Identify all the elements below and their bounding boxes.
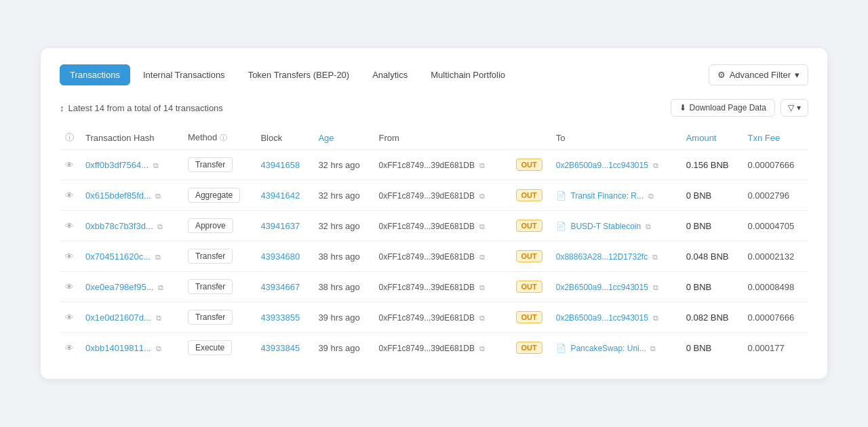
row-fee-cell: 0.0002796 [742, 180, 808, 211]
fee-value: 0.00004705 [747, 221, 794, 231]
to-address[interactable]: 0x2B6500a9...1cc943015 [556, 283, 648, 292]
copy-from-icon[interactable]: ⧉ [479, 283, 485, 291]
col-fee: Txn Fee [742, 126, 808, 150]
copy-from-icon[interactable]: ⧉ [479, 253, 485, 261]
eye-icon[interactable]: 👁 [65, 160, 74, 170]
block-number-link[interactable]: 43933845 [260, 343, 300, 353]
direction-badge: OUT [516, 311, 542, 323]
row-to-cell: 📄 Transit Finance: R... ⧉ [551, 180, 681, 211]
fee-value: 0.00007666 [747, 312, 794, 323]
copy-hash-icon[interactable]: ⧉ [158, 283, 163, 291]
row-from-cell: 0xFF1c8749...39dE681DB ⧉ [374, 272, 508, 302]
transaction-hash-link[interactable]: 0xbb14019811... [85, 343, 151, 353]
eye-icon[interactable]: 👁 [65, 343, 74, 353]
copy-to-icon[interactable]: ⧉ [653, 161, 658, 169]
row-eye-cell: 👁 [60, 272, 80, 302]
from-address[interactable]: 0xFF1c8749...39dE681DB [379, 161, 475, 170]
block-number-link[interactable]: 43941658 [260, 160, 300, 170]
transaction-hash-link[interactable]: 0x1e0d21607d... [85, 312, 151, 323]
col-hash: Transaction Hash [80, 126, 182, 150]
copy-from-icon[interactable]: ⧉ [479, 222, 485, 230]
copy-to-icon[interactable]: ⧉ [653, 283, 658, 291]
table-row: 👁 0xbb14019811... ⧉ Execute 43933845 39 … [60, 333, 808, 363]
copy-from-icon[interactable]: ⧉ [479, 192, 485, 200]
col-direction-spacer [508, 126, 551, 150]
col-to: To [551, 126, 681, 150]
from-address[interactable]: 0xFF1c8749...39dE681DB [379, 283, 475, 292]
row-to-cell: 0x88863A28...12D1732fc ⧉ [551, 241, 681, 272]
to-address[interactable]: BUSD-T Stablecoin [570, 222, 641, 231]
method-badge: Transfer [188, 157, 233, 172]
table-header-row: ⓘ Transaction Hash Method ⓘ Block Age Fr… [60, 126, 808, 150]
row-direction-cell: OUT [508, 150, 551, 180]
eye-icon[interactable]: 👁 [65, 190, 74, 201]
copy-hash-icon[interactable]: ⧉ [157, 222, 163, 230]
amount-value: 0 BNB [686, 282, 712, 292]
filter-icon: ⚙ [717, 70, 726, 80]
to-address[interactable]: 0x2B6500a9...1cc943015 [556, 313, 648, 323]
eye-icon[interactable]: 👁 [65, 312, 74, 323]
tab-transactions[interactable]: Transactions [60, 64, 130, 85]
copy-to-icon[interactable]: ⧉ [650, 344, 656, 352]
amount-value: 0 BNB [686, 190, 712, 201]
to-address[interactable]: Transit Finance: R... [570, 191, 644, 201]
copy-to-icon[interactable]: ⧉ [653, 314, 658, 322]
copy-from-icon[interactable]: ⧉ [479, 161, 485, 169]
eye-icon[interactable]: 👁 [65, 251, 74, 262]
transaction-hash-link[interactable]: 0xe0ea798ef95... [85, 282, 153, 292]
row-amount-cell: 0 BNB [681, 272, 743, 302]
row-method-cell: Transfer [182, 241, 255, 272]
block-number-link[interactable]: 43941637 [260, 221, 300, 231]
row-fee-cell: 0.00007666 [742, 302, 808, 333]
copy-hash-icon[interactable]: ⧉ [155, 253, 161, 261]
col-age: Age [313, 126, 373, 150]
block-number-link[interactable]: 43934667 [260, 282, 300, 292]
contract-icon: 📄 [556, 222, 566, 231]
transaction-hash-link[interactable]: 0x615bdef85fd... [85, 190, 151, 201]
eye-icon[interactable]: 👁 [65, 221, 74, 231]
copy-from-icon[interactable]: ⧉ [479, 314, 485, 322]
to-address[interactable]: 0x2B6500a9...1cc943015 [556, 161, 648, 170]
row-eye-cell: 👁 [60, 241, 80, 272]
copy-hash-icon[interactable]: ⧉ [156, 314, 161, 322]
to-address[interactable]: PancakeSwap: Uni... [570, 344, 646, 353]
row-hash-cell: 0xff0b3df7564... ⧉ [80, 150, 182, 180]
row-direction-cell: OUT [508, 241, 551, 272]
filter-dropdown-button[interactable]: ▽ ▾ [781, 99, 808, 117]
transaction-hash-link[interactable]: 0xbb78c7b3f3d... [85, 221, 153, 231]
tab-multichain[interactable]: Multichain Portfolio [420, 64, 515, 85]
copy-hash-icon[interactable]: ⧉ [153, 161, 159, 169]
transaction-hash-link[interactable]: 0xff0b3df7564... [85, 160, 149, 170]
col-eye: ⓘ [60, 126, 80, 150]
method-badge: Aggregate [188, 188, 240, 203]
tab-token-transfers[interactable]: Token Transfers (BEP-20) [238, 64, 360, 85]
transaction-hash-link[interactable]: 0x704511620c... [85, 251, 151, 262]
from-address[interactable]: 0xFF1c8749...39dE681DB [379, 252, 475, 262]
tab-internal-transactions[interactable]: Internal Transactions [133, 64, 235, 85]
table-row: 👁 0x704511620c... ⧉ Transfer 43934680 38… [60, 241, 808, 272]
advanced-filter-button[interactable]: ⚙ Advanced Filter ▾ [709, 64, 808, 85]
row-fee-cell: 0.00002132 [742, 241, 808, 272]
copy-hash-icon[interactable]: ⧉ [155, 192, 161, 200]
from-address[interactable]: 0xFF1c8749...39dE681DB [379, 344, 475, 353]
download-icon: ⬇ [679, 103, 686, 113]
from-address[interactable]: 0xFF1c8749...39dE681DB [379, 191, 475, 201]
age-value: 32 hrs ago [318, 190, 359, 201]
download-page-data-button[interactable]: ⬇ Download Page Data [671, 99, 775, 117]
from-address[interactable]: 0xFF1c8749...39dE681DB [379, 222, 475, 231]
copy-to-icon[interactable]: ⧉ [646, 222, 651, 230]
copy-from-icon[interactable]: ⧉ [479, 344, 485, 352]
copy-hash-icon[interactable]: ⧉ [156, 344, 161, 352]
tab-analytics[interactable]: Analytics [362, 64, 418, 85]
row-block-cell: 43933845 [255, 333, 313, 363]
block-number-link[interactable]: 43941642 [260, 190, 300, 201]
copy-to-icon[interactable]: ⧉ [652, 253, 658, 261]
block-number-link[interactable]: 43934680 [260, 251, 300, 262]
block-number-link[interactable]: 43933855 [260, 312, 300, 323]
from-address[interactable]: 0xFF1c8749...39dE681DB [379, 313, 475, 323]
copy-to-icon[interactable]: ⧉ [648, 192, 654, 200]
to-address[interactable]: 0x88863A28...12D1732fc [556, 252, 648, 262]
row-amount-cell: 0 BNB [681, 180, 743, 211]
summary-bar: ↕ Latest 14 from a total of 14 transacti… [60, 99, 808, 117]
eye-icon[interactable]: 👁 [65, 282, 74, 292]
